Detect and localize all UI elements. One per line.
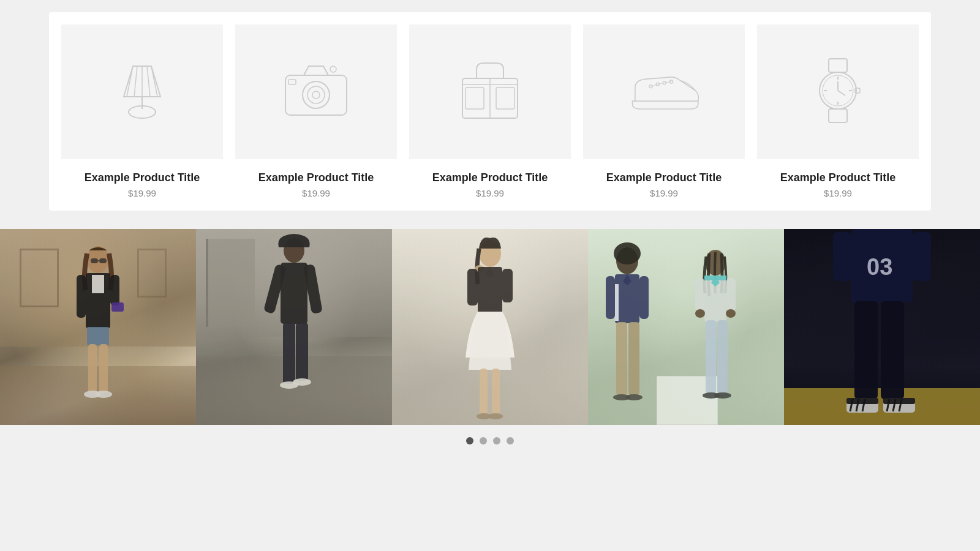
product-title-shoe: Example Product Title: [606, 171, 722, 184]
product-price-bag: $19.99: [476, 188, 504, 198]
product-price-shoe: $19.99: [650, 188, 678, 198]
svg-rect-77: [704, 276, 726, 280]
svg-rect-59: [467, 269, 478, 305]
svg-rect-36: [99, 258, 107, 263]
carousel-item-4[interactable]: [588, 229, 784, 425]
svg-text:03: 03: [867, 254, 892, 280]
svg-rect-90: [854, 301, 878, 399]
svg-rect-12: [288, 80, 296, 84]
svg-point-64: [488, 413, 503, 419]
svg-point-9: [303, 81, 330, 108]
svg-rect-52: [283, 323, 295, 384]
svg-rect-53: [296, 323, 308, 381]
svg-rect-41: [110, 275, 119, 305]
svg-rect-89: [913, 232, 931, 281]
products-grid: Example Product Title $19.99: [49, 12, 931, 211]
svg-point-55: [293, 378, 311, 386]
svg-rect-70: [639, 276, 649, 319]
carousel-item-1[interactable]: [0, 229, 196, 425]
carousel-dots: [0, 425, 980, 451]
product-image-bag: [409, 24, 571, 159]
svg-rect-82: [706, 320, 716, 394]
svg-rect-35: [91, 258, 98, 263]
product-price-camera: $19.99: [302, 188, 330, 198]
product-card-lamp[interactable]: Example Product Title $19.99: [61, 24, 223, 198]
carousel-track: 03: [0, 229, 980, 425]
svg-rect-78: [695, 278, 704, 312]
svg-point-66: [614, 242, 641, 264]
product-title-lamp: Example Product Title: [85, 171, 200, 184]
products-section: Example Product Title $19.99: [0, 0, 980, 229]
svg-line-2: [134, 66, 137, 97]
carousel-item-2[interactable]: [196, 229, 392, 425]
svg-rect-62: [492, 369, 500, 414]
watch-icon: [801, 54, 875, 130]
svg-rect-79: [726, 278, 736, 312]
product-image-shoe: [583, 24, 745, 159]
svg-rect-69: [606, 276, 615, 319]
svg-rect-23: [829, 59, 847, 72]
svg-line-4: [147, 66, 150, 97]
svg-point-80: [695, 309, 705, 318]
product-price-lamp: $19.99: [128, 188, 156, 198]
product-price-watch: $19.99: [824, 188, 852, 198]
svg-rect-45: [99, 344, 108, 393]
bag-icon: [453, 54, 527, 130]
svg-point-13: [330, 66, 336, 72]
svg-rect-71: [616, 322, 627, 395]
lamp-icon: [105, 54, 179, 130]
carousel-item-5[interactable]: 03: [784, 229, 980, 425]
svg-rect-16: [466, 88, 484, 109]
svg-point-47: [95, 391, 112, 398]
svg-rect-61: [480, 369, 488, 414]
svg-point-74: [625, 394, 643, 400]
svg-rect-17: [496, 88, 514, 109]
product-card-shoe[interactable]: Example Product Title $19.99: [583, 24, 745, 198]
product-card-bag[interactable]: Example Product Title $19.99: [409, 24, 571, 198]
product-title-camera: Example Product Title: [258, 171, 374, 184]
carousel-dot-3[interactable]: [493, 437, 500, 444]
svg-rect-42: [111, 302, 124, 312]
svg-rect-43: [87, 327, 109, 345]
svg-point-19: [649, 85, 652, 88]
svg-rect-72: [628, 322, 639, 395]
svg-rect-68: [615, 284, 619, 321]
carousel-dot-2[interactable]: [480, 437, 487, 444]
svg-rect-60: [502, 269, 513, 302]
camera-icon: [279, 54, 353, 130]
svg-line-32: [838, 91, 845, 96]
product-image-watch: [757, 24, 919, 159]
product-card-camera[interactable]: Example Product Title $19.99: [235, 24, 397, 198]
carousel-dot-1[interactable]: [466, 437, 473, 444]
svg-rect-91: [881, 301, 904, 399]
svg-point-11: [312, 91, 320, 99]
carousel-section: 03: [0, 229, 980, 475]
svg-point-81: [726, 309, 736, 318]
svg-rect-39: [92, 275, 104, 293]
svg-rect-44: [88, 344, 97, 393]
svg-rect-88: [833, 232, 851, 281]
shoe-icon: [627, 54, 701, 130]
svg-rect-40: [77, 275, 86, 318]
product-image-camera: [235, 24, 397, 159]
svg-rect-83: [717, 320, 728, 394]
carousel-item-3[interactable]: [392, 229, 588, 425]
product-title-bag: Example Product Title: [432, 171, 548, 184]
product-card-watch[interactable]: Example Product Title $19.99: [757, 24, 919, 198]
svg-point-10: [307, 86, 325, 103]
product-image-lamp: [61, 24, 223, 159]
svg-point-85: [714, 392, 731, 399]
svg-rect-24: [829, 109, 847, 122]
carousel-dot-4[interactable]: [507, 437, 514, 444]
product-title-watch: Example Product Title: [780, 171, 896, 184]
